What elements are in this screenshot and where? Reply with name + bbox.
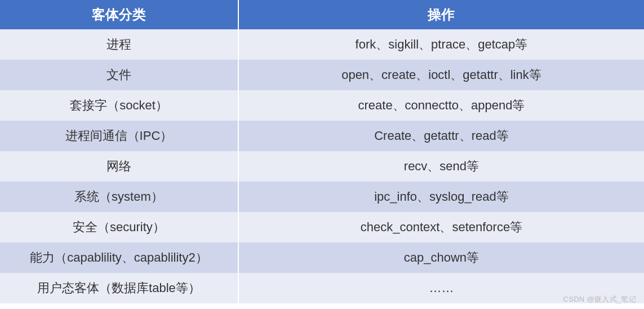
cell-operation: recv、send等 xyxy=(238,151,644,182)
table-row: 套接字（socket） create、connectto、append等 xyxy=(0,90,644,121)
cell-operation: Create、getattr、read等 xyxy=(238,121,644,151)
category-operation-table: 客体分类 操作 进程 fork、sigkill、ptrace、getcap等 文… xyxy=(0,0,644,303)
cell-operation: cap_chown等 xyxy=(238,242,644,273)
cell-category: 网络 xyxy=(0,151,238,182)
cell-category: 能力（capablility、capablility2） xyxy=(0,242,238,273)
cell-category: 进程间通信（IPC） xyxy=(0,121,238,151)
cell-operation: ipc_info、syslog_read等 xyxy=(238,182,644,212)
table-row: 用户态客体（数据库table等） …… xyxy=(0,273,644,303)
cell-operation: open、create、ioctl、getattr、link等 xyxy=(238,60,644,90)
cell-category: 用户态客体（数据库table等） xyxy=(0,273,238,303)
table-row: 能力（capablility、capablility2） cap_chown等 xyxy=(0,242,644,273)
table-row: 网络 recv、send等 xyxy=(0,151,644,182)
table-row: 文件 open、create、ioctl、getattr、link等 xyxy=(0,60,644,90)
cell-category: 进程 xyxy=(0,29,238,60)
header-operation: 操作 xyxy=(238,0,644,29)
table-row: 进程间通信（IPC） Create、getattr、read等 xyxy=(0,121,644,151)
cell-category: 文件 xyxy=(0,60,238,90)
table-row: 安全（security） check_context、setenforce等 xyxy=(0,212,644,242)
header-category: 客体分类 xyxy=(0,0,238,29)
cell-operation: fork、sigkill、ptrace、getcap等 xyxy=(238,29,644,60)
cell-category: 套接字（socket） xyxy=(0,90,238,121)
cell-category: 安全（security） xyxy=(0,212,238,242)
cell-operation: create、connectto、append等 xyxy=(238,90,644,121)
cell-operation: check_context、setenforce等 xyxy=(238,212,644,242)
cell-category: 系统（system） xyxy=(0,182,238,212)
table-row: 系统（system） ipc_info、syslog_read等 xyxy=(0,182,644,212)
table-header-row: 客体分类 操作 xyxy=(0,0,644,29)
watermark-text: CSDN @嵌入式_笔记 xyxy=(563,294,636,304)
table-row: 进程 fork、sigkill、ptrace、getcap等 xyxy=(0,29,644,60)
